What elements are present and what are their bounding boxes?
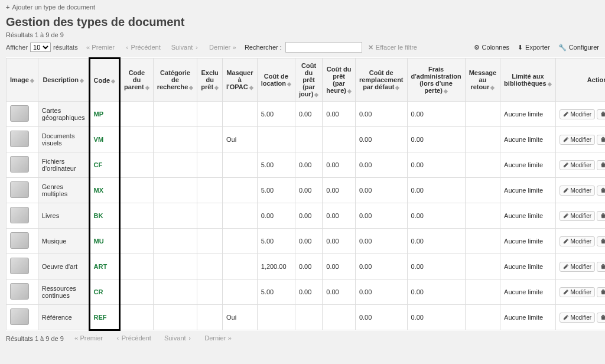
page-length-select[interactable]: 10 <box>30 43 51 52</box>
delete-button[interactable]: Supprimer <box>597 313 605 323</box>
pager-prev-bottom[interactable]: ‹ Précédent <box>113 334 154 342</box>
edit-button[interactable]: Modifier <box>560 313 596 323</box>
item-type-image <box>6 102 38 127</box>
table-row: Fichiers d'ordinateurCF5.000.000.000.000… <box>6 152 606 178</box>
cell-description: Cartes géographiques <box>38 102 89 127</box>
pager-next[interactable]: Suivant › <box>169 44 201 51</box>
delete-button[interactable]: Supprimer <box>597 236 605 246</box>
pager-next-bottom[interactable]: Suivant › <box>162 334 194 342</box>
export-button[interactable]: Exporter <box>518 44 550 51</box>
cell-parent-code <box>120 127 154 152</box>
delete-button[interactable]: Supprimer <box>597 262 605 272</box>
edit-button[interactable]: Modifier <box>560 236 596 246</box>
wrench-icon <box>558 44 567 51</box>
table-row: Ressources continuesCR5.000.000.000.000.… <box>6 280 606 305</box>
cell-replacement: 0.00 <box>355 305 407 330</box>
delete-button[interactable]: Supprimer <box>597 135 605 145</box>
pager-first-bottom[interactable]: « Premier <box>72 334 105 342</box>
col-processing-fee[interactable]: Frais d'administration (lors d'une perte… <box>407 58 465 102</box>
cell-checkin-msg <box>465 229 500 254</box>
gear-icon <box>474 44 480 51</box>
col-actions: Actions <box>555 58 605 102</box>
cell-parent-code <box>120 229 154 254</box>
cell-rental: 1,200.00 <box>257 254 295 280</box>
cell-actions: Modifier Supprimer <box>555 229 605 254</box>
cell-processing: 0.00 <box>407 152 465 178</box>
pager-first[interactable]: « Premier <box>84 44 117 51</box>
pager-last-bottom[interactable]: Dernier » <box>202 334 234 342</box>
cell-replacement: 0.00 <box>355 152 407 178</box>
cell-library-limit: Aucune limite <box>500 305 556 330</box>
cell-search-category <box>153 102 197 127</box>
delete-button[interactable]: Supprimer <box>597 109 605 119</box>
cell-rental <box>257 305 295 330</box>
search-label: Rechercher : <box>245 44 282 51</box>
col-hide-opac[interactable]: Masquer à l'OPAC◆ <box>223 58 258 102</box>
cell-replacement: 0.00 <box>355 102 407 127</box>
cell-rental: 5.00 <box>257 280 295 305</box>
col-rental-charge[interactable]: Coût de location◆ <box>257 58 295 102</box>
pager-last[interactable]: Dernier » <box>207 44 239 51</box>
cell-hourly: 0.00 <box>323 102 356 127</box>
cell-code: REF <box>89 305 120 330</box>
col-search-category[interactable]: Catégorie de recherche◆ <box>153 58 197 102</box>
cell-code: BK <box>89 203 120 229</box>
cell-processing: 0.00 <box>407 203 465 229</box>
col-image[interactable]: Image◆ <box>6 58 38 102</box>
cell-checkin-msg <box>465 203 500 229</box>
col-checkin-msg[interactable]: Message au retour◆ <box>465 58 500 102</box>
col-code[interactable]: Code◆ <box>89 58 120 102</box>
delete-button[interactable]: Supprimer <box>597 287 605 297</box>
col-parent-code[interactable]: Code du parent◆ <box>120 58 154 102</box>
clear-filter[interactable]: ✕ Effacer le filtre <box>368 44 417 51</box>
cell-not-for-loan <box>197 280 223 305</box>
edit-button[interactable]: Modifier <box>560 109 596 119</box>
edit-button[interactable]: Modifier <box>560 186 596 196</box>
col-library-limit[interactable]: Limité aux bibliothèques◆ <box>500 58 556 102</box>
edit-label: Modifier <box>571 289 592 295</box>
cell-parent-code <box>120 178 154 203</box>
search-input[interactable] <box>285 42 362 53</box>
delete-button[interactable]: Supprimer <box>597 160 605 170</box>
delete-button[interactable]: Supprimer <box>597 186 605 196</box>
add-item-type-link[interactable]: + Ajouter un type de document <box>6 4 95 11</box>
cell-replacement: 0.00 <box>355 203 407 229</box>
edit-label: Modifier <box>571 162 592 168</box>
cell-library-limit: Aucune limite <box>500 254 556 280</box>
col-replacement-cost[interactable]: Coût de remplacement par défaut◆ <box>355 58 407 102</box>
edit-button[interactable]: Modifier <box>560 160 596 170</box>
cell-not-for-loan <box>197 152 223 178</box>
cell-hourly: 0.00 <box>323 280 356 305</box>
cell-actions: Modifier Supprimer <box>555 102 605 127</box>
edit-label: Modifier <box>571 314 592 321</box>
cell-code: MU <box>89 229 120 254</box>
edit-label: Modifier <box>571 187 592 194</box>
edit-button[interactable]: Modifier <box>560 135 596 145</box>
cell-actions: Modifier Supprimer <box>555 152 605 178</box>
columns-button[interactable]: Colonnes <box>474 44 509 51</box>
cell-actions: Modifier Supprimer <box>555 127 605 152</box>
cell-hourly: 0.00 <box>323 229 356 254</box>
cell-search-category <box>153 305 197 330</box>
cell-hide-opac <box>223 254 258 280</box>
edit-button[interactable]: Modifier <box>560 287 596 297</box>
item-type-icon <box>10 258 29 274</box>
delete-button[interactable]: Supprimer <box>597 211 605 221</box>
cell-actions: Modifier Supprimer <box>555 254 605 280</box>
cell-hourly: 0.00 <box>323 203 356 229</box>
item-type-image <box>6 305 38 330</box>
edit-button[interactable]: Modifier <box>560 211 596 221</box>
col-hourly-cost[interactable]: Coût du prêt (par heure)◆ <box>323 58 356 102</box>
cell-actions: Modifier Supprimer <box>555 203 605 229</box>
pager-prev[interactable]: ‹ Précédent <box>123 44 163 51</box>
edit-label: Modifier <box>571 136 592 143</box>
cell-processing: 0.00 <box>407 229 465 254</box>
cell-code: CR <box>89 280 120 305</box>
col-not-for-loan[interactable]: Exclu du prêt◆ <box>197 58 223 102</box>
edit-button[interactable]: Modifier <box>560 262 596 272</box>
cell-processing: 0.00 <box>407 127 465 152</box>
col-daily-cost[interactable]: Coût du prêt (par jour)◆ <box>295 58 322 102</box>
configure-button[interactable]: Configurer <box>558 44 599 51</box>
cell-parent-code <box>120 254 154 280</box>
col-description[interactable]: Description◆ <box>38 58 89 102</box>
